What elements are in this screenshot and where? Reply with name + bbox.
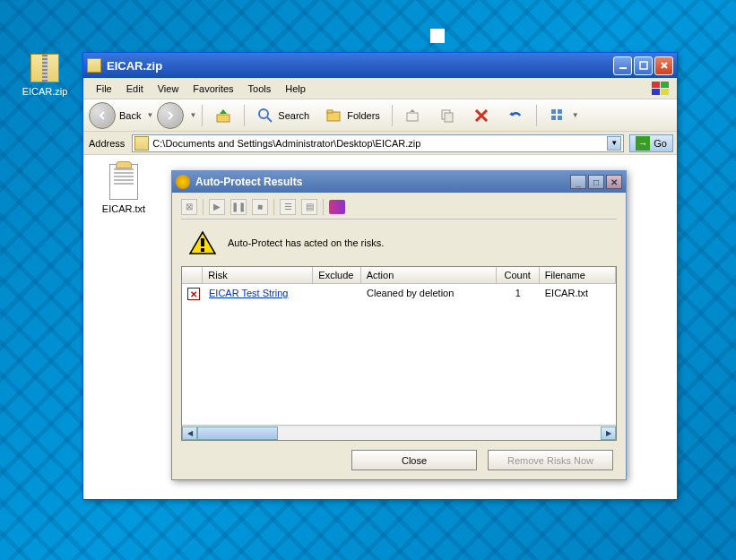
app-icon <box>176 175 190 189</box>
menu-view[interactable]: View <box>151 81 186 97</box>
svg-rect-14 <box>558 109 562 114</box>
search-button[interactable]: Search <box>250 103 316 128</box>
address-combo[interactable]: C:\Documents and Settings\Administrator\… <box>132 134 624 152</box>
back-label: Back <box>119 110 141 121</box>
message-row: Auto-Protect has acted on the risks. <box>181 227 617 266</box>
svg-rect-15 <box>551 116 556 120</box>
svg-rect-18 <box>201 248 204 252</box>
address-bar: Address C:\Documents and Settings\Admini… <box>83 132 677 155</box>
scroll-track[interactable] <box>197 426 601 440</box>
svg-rect-4 <box>652 89 660 95</box>
go-button[interactable]: → Go <box>629 134 673 152</box>
search-label: Search <box>278 110 309 121</box>
folders-button[interactable]: Folders <box>319 103 386 128</box>
explorer-titlebar[interactable]: EICAR.zip <box>83 53 677 78</box>
svg-rect-2 <box>652 82 660 88</box>
zip-icon <box>134 136 149 151</box>
windows-flag-icon <box>650 80 671 98</box>
cell-exclude <box>314 286 361 302</box>
go-arrow-icon: → <box>636 136 650 151</box>
svg-rect-6 <box>217 115 229 122</box>
col-action[interactable]: Action <box>361 267 497 283</box>
close-button[interactable]: Close <box>351 450 477 470</box>
pause-button[interactable]: ❚❚ <box>230 199 247 215</box>
back-button[interactable] <box>89 102 116 129</box>
white-square <box>430 29 445 43</box>
auto-protect-dialog: Auto-Protect Results _ □ ✕ ⊠ ▶ ❚❚ ■ ☰ ▤ … <box>171 170 627 480</box>
remove-risks-button[interactable]: Remove Risks Now <box>488 450 613 470</box>
svg-rect-10 <box>407 113 418 121</box>
toolbar: Back ▼ ▼ Search Folders ▼ <box>83 99 677 132</box>
col-icon[interactable] <box>182 267 203 283</box>
cell-count: 1 <box>497 286 540 302</box>
dialog-buttons: Close Remove Risks Now <box>181 441 617 474</box>
cell-filename: EICAR.txt <box>540 286 616 302</box>
address-path: C:\Documents and Settings\Administrator\… <box>152 138 607 149</box>
stop-button[interactable]: ⊠ <box>181 199 197 215</box>
chevron-down-icon[interactable]: ▼ <box>146 111 153 119</box>
svg-rect-13 <box>551 109 556 114</box>
svg-rect-3 <box>661 82 669 88</box>
copy-to-button[interactable] <box>432 103 463 128</box>
maximize-button[interactable]: □ <box>588 175 604 189</box>
svg-rect-16 <box>558 116 562 120</box>
col-risk[interactable]: Risk <box>203 267 313 283</box>
scroll-thumb[interactable] <box>197 426 278 440</box>
minimize-button[interactable]: _ <box>570 175 586 189</box>
svg-rect-5 <box>661 89 669 95</box>
delete-button[interactable] <box>466 103 497 128</box>
help-icon[interactable] <box>329 200 345 214</box>
warning-icon <box>188 230 217 255</box>
menu-tools[interactable]: Tools <box>241 81 279 97</box>
stop2-button[interactable]: ■ <box>252 199 268 215</box>
col-filename[interactable]: Filename <box>540 267 616 283</box>
svg-rect-9 <box>327 110 333 113</box>
go-label: Go <box>654 138 667 149</box>
svg-rect-1 <box>640 62 647 69</box>
menu-edit[interactable]: Edit <box>119 81 151 97</box>
desktop-icon-label: EICAR.zip <box>18 86 72 97</box>
zip-icon <box>87 58 101 73</box>
minimize-button[interactable] <box>613 56 632 75</box>
col-exclude[interactable]: Exclude <box>313 267 360 283</box>
forward-button[interactable] <box>157 102 184 129</box>
file-name: EICAR.txt <box>92 203 155 214</box>
cell-action: Cleaned by deletion <box>361 286 497 302</box>
undo-button[interactable] <box>500 103 531 128</box>
chevron-down-icon[interactable]: ▼ <box>189 111 196 119</box>
folders-label: Folders <box>347 110 380 121</box>
move-to-button[interactable] <box>398 103 429 128</box>
svg-rect-17 <box>201 238 204 246</box>
menu-file[interactable]: File <box>89 81 119 97</box>
scroll-left-button[interactable]: ◀ <box>182 426 197 440</box>
window-title: EICAR.zip <box>107 59 613 73</box>
svg-point-7 <box>259 109 268 118</box>
up-button[interactable] <box>208 103 238 128</box>
close-button[interactable] <box>654 56 673 75</box>
horizontal-scrollbar[interactable]: ◀ ▶ <box>182 425 616 440</box>
col-count[interactable]: Count <box>497 267 540 283</box>
chevron-down-icon[interactable]: ▼ <box>607 136 621 151</box>
results-grid: Risk Exclude Action Count Filename ✕ EIC… <box>181 266 617 441</box>
svg-rect-0 <box>619 67 627 69</box>
text-file-icon <box>109 164 138 200</box>
table-row[interactable]: ✕ EICAR Test String Cleaned by deletion … <box>182 284 616 304</box>
options-button[interactable]: ☰ <box>280 199 296 215</box>
dialog-message: Auto-Protect has acted on the risks. <box>228 237 384 248</box>
menu-help[interactable]: Help <box>278 81 313 97</box>
maximize-button[interactable] <box>634 56 653 75</box>
dialog-title: Auto-Protect Results <box>195 176 570 188</box>
report-button[interactable]: ▤ <box>301 199 317 215</box>
desktop-icon-eicar-zip[interactable]: EICAR.zip <box>18 54 72 97</box>
play-button[interactable]: ▶ <box>209 199 225 215</box>
dialog-toolbar: ⊠ ▶ ❚❚ ■ ☰ ▤ <box>181 198 617 220</box>
views-button[interactable]: ▼ <box>542 103 585 128</box>
file-eicar-txt[interactable]: EICAR.txt <box>92 164 155 214</box>
dialog-titlebar[interactable]: Auto-Protect Results _ □ ✕ <box>172 171 626 193</box>
risk-link[interactable]: EICAR Test String <box>209 288 288 298</box>
svg-rect-12 <box>445 113 453 122</box>
menu-favorites[interactable]: Favorites <box>186 81 240 97</box>
scroll-right-button[interactable]: ▶ <box>601 426 616 440</box>
grid-header: Risk Exclude Action Count Filename <box>182 267 616 284</box>
close-button[interactable]: ✕ <box>606 175 622 189</box>
